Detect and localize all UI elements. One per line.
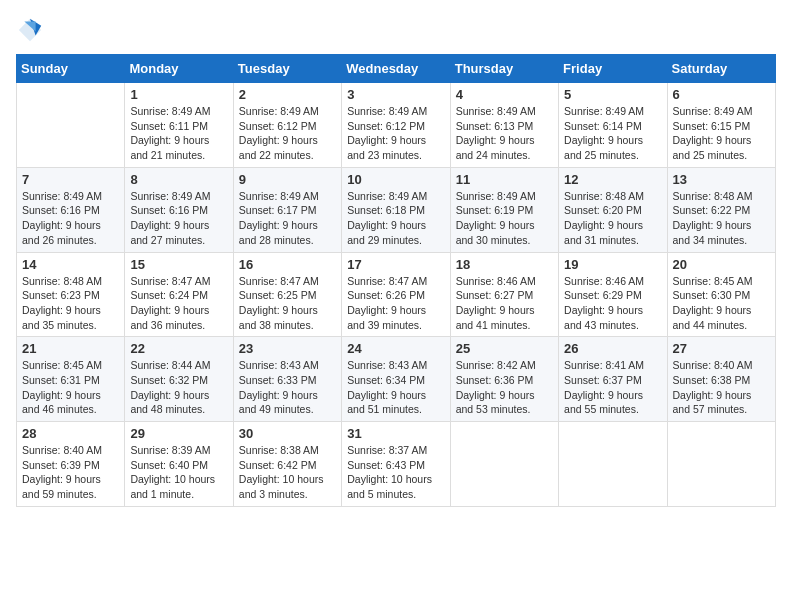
- day-info: Sunrise: 8:41 AMSunset: 6:37 PMDaylight:…: [564, 358, 661, 417]
- day-number: 10: [347, 172, 444, 187]
- day-info: Sunrise: 8:48 AMSunset: 6:23 PMDaylight:…: [22, 274, 119, 333]
- calendar-cell: 21Sunrise: 8:45 AMSunset: 6:31 PMDayligh…: [17, 337, 125, 422]
- day-number: 31: [347, 426, 444, 441]
- day-info: Sunrise: 8:47 AMSunset: 6:25 PMDaylight:…: [239, 274, 336, 333]
- calendar-cell: 16Sunrise: 8:47 AMSunset: 6:25 PMDayligh…: [233, 252, 341, 337]
- calendar-cell: 24Sunrise: 8:43 AMSunset: 6:34 PMDayligh…: [342, 337, 450, 422]
- logo-icon: [16, 16, 44, 44]
- calendar-cell: 31Sunrise: 8:37 AMSunset: 6:43 PMDayligh…: [342, 422, 450, 507]
- day-info: Sunrise: 8:49 AMSunset: 6:19 PMDaylight:…: [456, 189, 553, 248]
- day-number: 26: [564, 341, 661, 356]
- calendar-cell: 10Sunrise: 8:49 AMSunset: 6:18 PMDayligh…: [342, 167, 450, 252]
- calendar-cell: 5Sunrise: 8:49 AMSunset: 6:14 PMDaylight…: [559, 83, 667, 168]
- day-number: 28: [22, 426, 119, 441]
- day-number: 3: [347, 87, 444, 102]
- calendar-cell: 8Sunrise: 8:49 AMSunset: 6:16 PMDaylight…: [125, 167, 233, 252]
- dow-wednesday: Wednesday: [342, 55, 450, 83]
- day-info: Sunrise: 8:44 AMSunset: 6:32 PMDaylight:…: [130, 358, 227, 417]
- day-number: 23: [239, 341, 336, 356]
- day-info: Sunrise: 8:49 AMSunset: 6:18 PMDaylight:…: [347, 189, 444, 248]
- calendar-cell: 25Sunrise: 8:42 AMSunset: 6:36 PMDayligh…: [450, 337, 558, 422]
- day-number: 13: [673, 172, 770, 187]
- calendar-cell: 12Sunrise: 8:48 AMSunset: 6:20 PMDayligh…: [559, 167, 667, 252]
- day-number: 21: [22, 341, 119, 356]
- calendar-cell: [450, 422, 558, 507]
- calendar-cell: 3Sunrise: 8:49 AMSunset: 6:12 PMDaylight…: [342, 83, 450, 168]
- day-number: 8: [130, 172, 227, 187]
- day-number: 9: [239, 172, 336, 187]
- day-number: 19: [564, 257, 661, 272]
- day-info: Sunrise: 8:49 AMSunset: 6:16 PMDaylight:…: [22, 189, 119, 248]
- calendar-cell: 23Sunrise: 8:43 AMSunset: 6:33 PMDayligh…: [233, 337, 341, 422]
- calendar-cell: 26Sunrise: 8:41 AMSunset: 6:37 PMDayligh…: [559, 337, 667, 422]
- calendar-cell: 15Sunrise: 8:47 AMSunset: 6:24 PMDayligh…: [125, 252, 233, 337]
- calendar-cell: 4Sunrise: 8:49 AMSunset: 6:13 PMDaylight…: [450, 83, 558, 168]
- day-info: Sunrise: 8:49 AMSunset: 6:16 PMDaylight:…: [130, 189, 227, 248]
- day-number: 5: [564, 87, 661, 102]
- day-number: 20: [673, 257, 770, 272]
- calendar-cell: [559, 422, 667, 507]
- dow-tuesday: Tuesday: [233, 55, 341, 83]
- day-info: Sunrise: 8:49 AMSunset: 6:15 PMDaylight:…: [673, 104, 770, 163]
- day-info: Sunrise: 8:49 AMSunset: 6:13 PMDaylight:…: [456, 104, 553, 163]
- calendar-week-4: 21Sunrise: 8:45 AMSunset: 6:31 PMDayligh…: [17, 337, 776, 422]
- calendar-cell: 18Sunrise: 8:46 AMSunset: 6:27 PMDayligh…: [450, 252, 558, 337]
- dow-thursday: Thursday: [450, 55, 558, 83]
- day-number: 18: [456, 257, 553, 272]
- day-number: 30: [239, 426, 336, 441]
- day-number: 15: [130, 257, 227, 272]
- day-info: Sunrise: 8:49 AMSunset: 6:11 PMDaylight:…: [130, 104, 227, 163]
- days-of-week-header: SundayMondayTuesdayWednesdayThursdayFrid…: [17, 55, 776, 83]
- calendar-cell: 11Sunrise: 8:49 AMSunset: 6:19 PMDayligh…: [450, 167, 558, 252]
- day-number: 22: [130, 341, 227, 356]
- calendar-cell: 19Sunrise: 8:46 AMSunset: 6:29 PMDayligh…: [559, 252, 667, 337]
- dow-saturday: Saturday: [667, 55, 775, 83]
- calendar-cell: [667, 422, 775, 507]
- day-info: Sunrise: 8:49 AMSunset: 6:12 PMDaylight:…: [239, 104, 336, 163]
- day-number: 2: [239, 87, 336, 102]
- day-number: 6: [673, 87, 770, 102]
- dow-monday: Monday: [125, 55, 233, 83]
- day-info: Sunrise: 8:49 AMSunset: 6:14 PMDaylight:…: [564, 104, 661, 163]
- day-info: Sunrise: 8:47 AMSunset: 6:26 PMDaylight:…: [347, 274, 444, 333]
- dow-sunday: Sunday: [17, 55, 125, 83]
- day-info: Sunrise: 8:49 AMSunset: 6:12 PMDaylight:…: [347, 104, 444, 163]
- day-number: 11: [456, 172, 553, 187]
- calendar-cell: 20Sunrise: 8:45 AMSunset: 6:30 PMDayligh…: [667, 252, 775, 337]
- day-info: Sunrise: 8:37 AMSunset: 6:43 PMDaylight:…: [347, 443, 444, 502]
- day-info: Sunrise: 8:47 AMSunset: 6:24 PMDaylight:…: [130, 274, 227, 333]
- calendar-table: SundayMondayTuesdayWednesdayThursdayFrid…: [16, 54, 776, 507]
- day-info: Sunrise: 8:45 AMSunset: 6:31 PMDaylight:…: [22, 358, 119, 417]
- day-number: 27: [673, 341, 770, 356]
- day-info: Sunrise: 8:39 AMSunset: 6:40 PMDaylight:…: [130, 443, 227, 502]
- day-info: Sunrise: 8:40 AMSunset: 6:39 PMDaylight:…: [22, 443, 119, 502]
- calendar-cell: 27Sunrise: 8:40 AMSunset: 6:38 PMDayligh…: [667, 337, 775, 422]
- day-number: 1: [130, 87, 227, 102]
- calendar-cell: 22Sunrise: 8:44 AMSunset: 6:32 PMDayligh…: [125, 337, 233, 422]
- calendar-week-1: 1Sunrise: 8:49 AMSunset: 6:11 PMDaylight…: [17, 83, 776, 168]
- page-header: [16, 16, 776, 44]
- day-info: Sunrise: 8:46 AMSunset: 6:27 PMDaylight:…: [456, 274, 553, 333]
- day-info: Sunrise: 8:43 AMSunset: 6:34 PMDaylight:…: [347, 358, 444, 417]
- calendar-cell: 7Sunrise: 8:49 AMSunset: 6:16 PMDaylight…: [17, 167, 125, 252]
- calendar-week-2: 7Sunrise: 8:49 AMSunset: 6:16 PMDaylight…: [17, 167, 776, 252]
- calendar-cell: 17Sunrise: 8:47 AMSunset: 6:26 PMDayligh…: [342, 252, 450, 337]
- calendar-cell: 29Sunrise: 8:39 AMSunset: 6:40 PMDayligh…: [125, 422, 233, 507]
- calendar-body: 1Sunrise: 8:49 AMSunset: 6:11 PMDaylight…: [17, 83, 776, 507]
- day-number: 29: [130, 426, 227, 441]
- calendar-cell: 6Sunrise: 8:49 AMSunset: 6:15 PMDaylight…: [667, 83, 775, 168]
- calendar-cell: 2Sunrise: 8:49 AMSunset: 6:12 PMDaylight…: [233, 83, 341, 168]
- day-number: 4: [456, 87, 553, 102]
- day-info: Sunrise: 8:42 AMSunset: 6:36 PMDaylight:…: [456, 358, 553, 417]
- day-number: 16: [239, 257, 336, 272]
- logo: [16, 16, 48, 44]
- calendar-cell: 28Sunrise: 8:40 AMSunset: 6:39 PMDayligh…: [17, 422, 125, 507]
- day-info: Sunrise: 8:49 AMSunset: 6:17 PMDaylight:…: [239, 189, 336, 248]
- day-info: Sunrise: 8:40 AMSunset: 6:38 PMDaylight:…: [673, 358, 770, 417]
- day-number: 25: [456, 341, 553, 356]
- day-info: Sunrise: 8:43 AMSunset: 6:33 PMDaylight:…: [239, 358, 336, 417]
- calendar-week-3: 14Sunrise: 8:48 AMSunset: 6:23 PMDayligh…: [17, 252, 776, 337]
- day-info: Sunrise: 8:38 AMSunset: 6:42 PMDaylight:…: [239, 443, 336, 502]
- calendar-cell: [17, 83, 125, 168]
- calendar-cell: 14Sunrise: 8:48 AMSunset: 6:23 PMDayligh…: [17, 252, 125, 337]
